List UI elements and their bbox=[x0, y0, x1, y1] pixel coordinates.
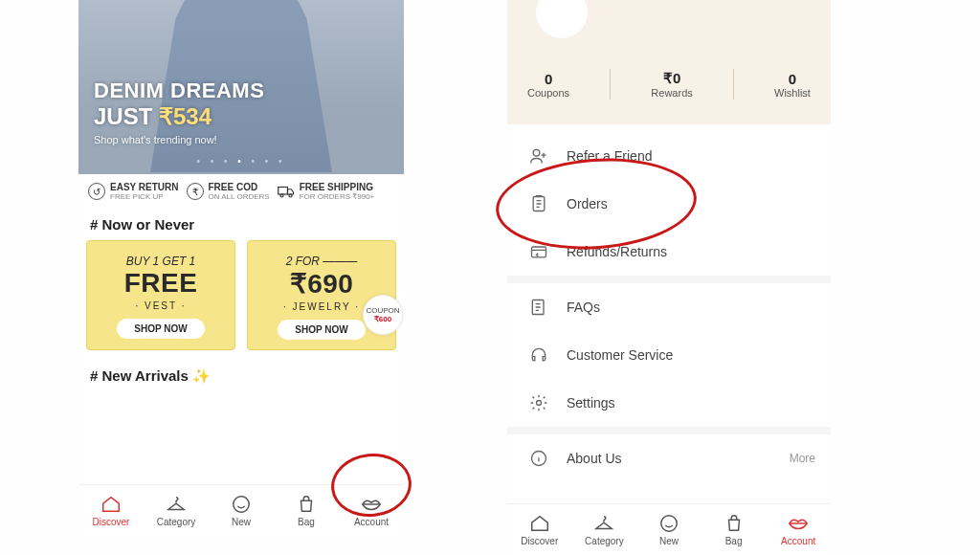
svg-point-4 bbox=[533, 149, 540, 156]
svg-point-2 bbox=[289, 194, 292, 197]
nav-category[interactable]: Category bbox=[572, 504, 637, 555]
account-menu: Refer a Friend Orders Refunds/Returns FA… bbox=[507, 124, 831, 482]
menu-refunds-returns[interactable]: Refunds/Returns bbox=[507, 228, 831, 276]
nav-bag[interactable]: Bag bbox=[274, 485, 339, 536]
menu-faqs[interactable]: FAQs bbox=[507, 283, 831, 331]
truck-icon bbox=[278, 183, 295, 200]
bottom-nav: Discover Category New Bag Account bbox=[78, 484, 404, 536]
lips-icon bbox=[361, 494, 382, 515]
avatar[interactable] bbox=[536, 0, 588, 38]
cod-icon: ₹ bbox=[187, 183, 204, 200]
more-link[interactable]: More bbox=[790, 452, 815, 465]
smile-icon bbox=[658, 513, 679, 534]
nav-account[interactable]: Account bbox=[339, 485, 404, 536]
home-icon bbox=[529, 513, 550, 534]
refer-icon bbox=[528, 145, 549, 166]
nav-new[interactable]: New bbox=[636, 504, 702, 555]
svg-point-8 bbox=[537, 401, 542, 406]
menu-about-us[interactable]: About Us More bbox=[507, 434, 831, 482]
hero-title: DENIM DREAMS bbox=[94, 78, 264, 103]
refund-icon bbox=[528, 241, 549, 262]
nav-bag[interactable]: Bag bbox=[702, 504, 767, 555]
svg-rect-6 bbox=[532, 247, 546, 257]
section-new-arrivals: # New Arrivals ✨ bbox=[78, 350, 404, 388]
orders-icon bbox=[528, 193, 549, 214]
section-now-or-never: # Now or Never bbox=[78, 205, 404, 240]
bag-icon bbox=[724, 513, 745, 534]
benefit-free-cod: ₹ FREE CODON ALL ORDERS bbox=[187, 182, 270, 201]
faq-icon bbox=[528, 297, 549, 318]
carousel-dots[interactable]: • • • • • • • bbox=[78, 156, 404, 166]
account-screen: 0Coupons ₹0Rewards 0Wishlist Refer a Fri… bbox=[507, 0, 831, 555]
hanger-icon bbox=[593, 513, 614, 534]
nav-discover[interactable]: Discover bbox=[507, 504, 572, 555]
headset-icon bbox=[528, 344, 549, 366]
svg-point-1 bbox=[280, 194, 283, 197]
benefits-row: ↺ EASY RETURNFREE PICK UP ₹ FREE CODON A… bbox=[78, 174, 404, 205]
gear-icon bbox=[528, 392, 549, 413]
nav-new[interactable]: New bbox=[209, 485, 274, 536]
offer-card-jewelry[interactable]: 2 FOR ——— ₹690 · JEWELRY · SHOP NOW COUP… bbox=[247, 240, 396, 350]
offer-card-vest[interactable]: BUY 1 GET 1 FREE · VEST · SHOP NOW bbox=[86, 240, 235, 350]
shop-now-button[interactable]: SHOP NOW bbox=[117, 319, 204, 339]
home-icon bbox=[100, 494, 122, 515]
menu-refer-a-friend[interactable]: Refer a Friend bbox=[507, 132, 831, 180]
offers-row: BUY 1 GET 1 FREE · VEST · SHOP NOW 2 FOR… bbox=[78, 240, 404, 350]
hanger-icon bbox=[166, 494, 187, 515]
lips-icon bbox=[788, 513, 809, 534]
menu-settings[interactable]: Settings bbox=[507, 379, 831, 427]
shop-now-button[interactable]: SHOP NOW bbox=[278, 320, 365, 340]
stat-wishlist[interactable]: 0Wishlist bbox=[774, 71, 811, 99]
nav-account[interactable]: Account bbox=[766, 504, 831, 555]
bag-icon bbox=[296, 494, 317, 515]
menu-customer-service[interactable]: Customer Service bbox=[507, 331, 831, 379]
svg-rect-0 bbox=[278, 188, 287, 195]
stat-rewards[interactable]: ₹0Rewards bbox=[651, 70, 692, 99]
nav-category[interactable]: Category bbox=[144, 485, 209, 536]
svg-point-3 bbox=[234, 497, 250, 513]
benefit-easy-return: ↺ EASY RETURNFREE PICK UP bbox=[88, 182, 179, 201]
bottom-nav: Discover Category New Bag Account bbox=[507, 503, 831, 555]
coupon-badge: COUPON ₹600 bbox=[363, 295, 403, 335]
benefit-free-shipping: FREE SHIPPINGFOR ORDERS ₹990+ bbox=[278, 182, 375, 201]
account-header: 0Coupons ₹0Rewards 0Wishlist bbox=[507, 0, 831, 124]
discover-screen: DENIM DREAMS JUST ₹534 Shop what's trend… bbox=[78, 0, 404, 536]
return-icon: ↺ bbox=[88, 183, 105, 200]
info-icon bbox=[528, 448, 549, 469]
hero-banner[interactable]: DENIM DREAMS JUST ₹534 Shop what's trend… bbox=[78, 0, 404, 174]
hero-subtitle: Shop what's trending now! bbox=[94, 134, 264, 145]
nav-discover[interactable]: Discover bbox=[78, 485, 144, 536]
smile-icon bbox=[231, 494, 252, 515]
svg-point-10 bbox=[661, 516, 678, 532]
stat-coupons[interactable]: 0Coupons bbox=[527, 71, 569, 99]
hero-price: JUST ₹534 bbox=[94, 103, 264, 130]
menu-orders[interactable]: Orders bbox=[507, 180, 831, 228]
